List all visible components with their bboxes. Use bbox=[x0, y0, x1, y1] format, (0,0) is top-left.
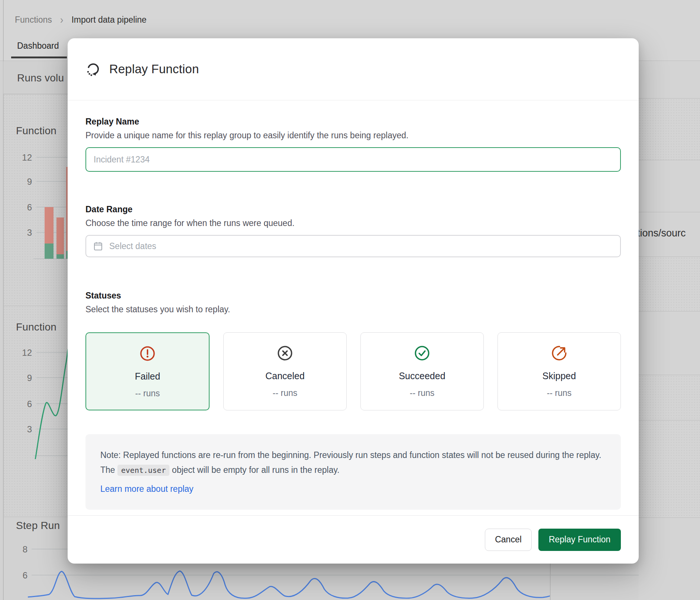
right-list-panel bbox=[639, 61, 700, 600]
status-card-label: Canceled bbox=[265, 371, 305, 381]
replay-note: Note: Replayed functions are re-run from… bbox=[85, 434, 621, 510]
learn-more-link[interactable]: Learn more about replay bbox=[100, 481, 194, 496]
calendar-icon bbox=[93, 241, 103, 251]
replay-name-label: Replay Name bbox=[85, 117, 621, 127]
statuses-label: Statuses bbox=[85, 291, 621, 301]
status-card-count: -- runs bbox=[273, 388, 297, 398]
runs-volume-title: Runs volu bbox=[17, 72, 64, 84]
function-line-chart: 12 9 6 3 bbox=[3, 306, 68, 517]
status-card-count: -- runs bbox=[547, 388, 571, 398]
status-card-canceled[interactable]: Canceled -- runs bbox=[223, 332, 347, 410]
check-circle-icon bbox=[414, 345, 431, 362]
svg-text:9: 9 bbox=[27, 373, 32, 383]
modal-header: Replay Function bbox=[68, 38, 639, 100]
succeeded-bars bbox=[45, 243, 68, 259]
status-card-label: Succeeded bbox=[399, 371, 445, 381]
tab-active-underline bbox=[11, 57, 67, 58]
breadcrumb-current-page: Import data pipeline bbox=[71, 15, 146, 25]
runs-line bbox=[35, 349, 68, 459]
status-card-label: Skipped bbox=[542, 371, 576, 381]
status-card-succeeded[interactable]: Succeeded -- runs bbox=[360, 332, 484, 410]
breadcrumb: Functions › Import data pipeline bbox=[15, 14, 146, 26]
status-cards-row: Failed -- runs Canceled -- runs bbox=[85, 332, 621, 410]
date-range-description: Choose the time range for when the runs … bbox=[85, 218, 621, 228]
bottom-panel-divider bbox=[550, 564, 551, 600]
svg-text:6: 6 bbox=[23, 570, 27, 580]
modal-body: Replay Name Provide a unique name for th… bbox=[68, 100, 639, 515]
status-card-failed[interactable]: Failed -- runs bbox=[85, 332, 210, 410]
replay-function-button[interactable]: Replay Function bbox=[538, 529, 621, 551]
replay-icon bbox=[85, 62, 100, 77]
replay-function-modal: Replay Function Replay Name Provide a un… bbox=[68, 38, 639, 564]
svg-text:9: 9 bbox=[27, 177, 32, 187]
replay-name-description: Provide a unique name for this replay gr… bbox=[85, 130, 621, 141]
chevron-right-icon: › bbox=[60, 13, 64, 27]
note-text: object will be empty for all runs in the… bbox=[169, 465, 339, 475]
replay-name-section: Replay Name Provide a unique name for th… bbox=[85, 117, 621, 172]
date-range-section: Date Range Choose the time range for whe… bbox=[85, 204, 621, 257]
date-range-label: Date Range bbox=[85, 204, 621, 214]
svg-text:3: 3 bbox=[27, 228, 32, 238]
status-card-count: -- runs bbox=[135, 388, 160, 399]
svg-text:8: 8 bbox=[23, 544, 27, 554]
modal-footer: Cancel Replay Function bbox=[68, 515, 639, 564]
background-row-text: ations/sourc bbox=[632, 228, 686, 239]
date-range-picker[interactable]: Select dates bbox=[85, 235, 621, 257]
cancel-button[interactable]: Cancel bbox=[485, 529, 532, 551]
function-bar-chart: 12 9 6 3 bbox=[3, 94, 68, 306]
status-card-skipped[interactable]: Skipped -- runs bbox=[498, 332, 621, 410]
failed-bars bbox=[45, 167, 68, 254]
modal-title: Replay Function bbox=[109, 62, 199, 76]
alert-circle-icon bbox=[139, 345, 156, 362]
statuses-section: Statuses Select the statuses you wish to… bbox=[85, 291, 621, 410]
replay-name-input[interactable] bbox=[85, 147, 621, 172]
status-card-count: -- runs bbox=[410, 388, 434, 398]
breadcrumb-functions[interactable]: Functions bbox=[15, 15, 52, 25]
svg-text:3: 3 bbox=[27, 424, 32, 434]
svg-text:6: 6 bbox=[27, 399, 32, 409]
skip-forward-icon bbox=[551, 345, 568, 362]
svg-text:12: 12 bbox=[22, 348, 32, 358]
statuses-description: Select the statuses you wish to replay. bbox=[85, 304, 621, 314]
tab-dashboard[interactable]: Dashboard bbox=[17, 41, 59, 51]
code-chip: event.user bbox=[117, 465, 169, 476]
status-card-label: Failed bbox=[135, 371, 160, 382]
date-range-placeholder: Select dates bbox=[109, 241, 156, 251]
svg-text:6: 6 bbox=[27, 202, 32, 212]
svg-text:12: 12 bbox=[22, 152, 32, 162]
x-circle-icon bbox=[276, 345, 294, 362]
